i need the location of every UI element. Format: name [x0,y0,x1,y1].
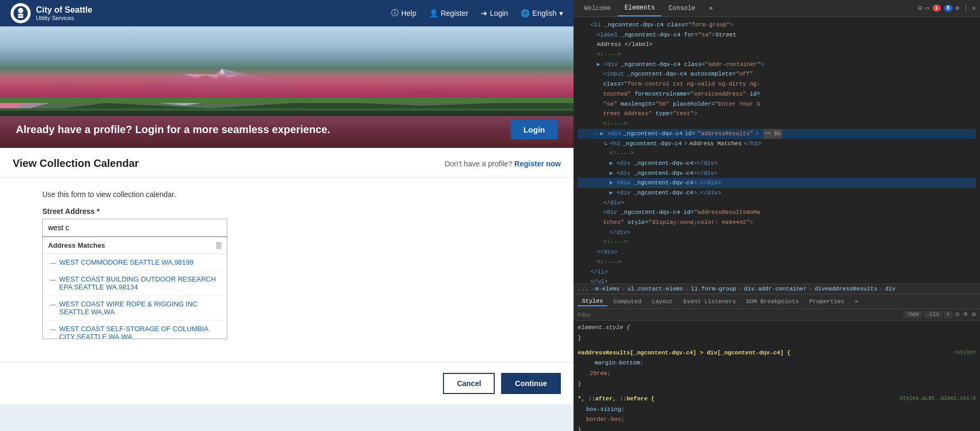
breadcrumb-item-4[interactable]: div.addr-container [744,286,807,292]
tree-node[interactable]: <label _ngcontent-dqv-c4 for="sa">Street [578,30,976,40]
form-description: Use this form to view collection calenda… [42,190,531,199]
help-link[interactable]: ⓘ Help [391,8,417,18]
register-link[interactable]: 👤 Register [429,9,468,17]
chevron-down-icon: ▾ [559,9,563,17]
plus-filter[interactable]: + [944,311,953,318]
tree-node[interactable]: </div> [578,247,976,257]
form-actions: Cancel Continue [0,362,574,405]
filter-badges: :hov .cls + [903,311,952,318]
tab-elements[interactable]: Elements [618,0,661,16]
notif-red-badge: 1 [932,5,941,12]
tab-console[interactable]: Console [662,0,701,16]
tree-node[interactable]: <div _ngcontent-dqv-c4 id="addressResult… [578,208,976,218]
hov-filter[interactable]: :hov [903,311,921,318]
tree-node-selected[interactable]: → ▶ <div _ngcontent-dqv-c4 id="addressRe… [578,129,976,139]
address-match-3[interactable]: WEST COAST WIRE ROPE & RIGGING INC SEATT… [43,296,227,321]
tree-node[interactable]: </ul> [578,277,976,284]
cls-filter[interactable]: .cls [924,311,942,318]
address-match-4[interactable]: WEST COAST SELF-STORAGE OF COLUMBIA CITY… [43,321,227,339]
logo-icon [11,3,31,23]
tree-node[interactable]: <!----> [578,237,976,247]
dock-icon[interactable]: ⊟ [918,4,922,12]
address-dropdown: Address Matches WEST COMMODORE SEATTLE W… [42,237,227,339]
tree-node[interactable]: <!----> [578,50,976,60]
tab-more[interactable]: » [702,0,719,16]
tab-dom-breakpoints[interactable]: DOM Breakpoints [742,297,803,306]
tree-node[interactable]: ▶ <div _ngcontent-dqv-c4>…</div> [578,188,976,198]
cancel-button[interactable]: Cancel [443,373,495,394]
tree-node[interactable]: </div> [578,198,976,208]
close-devtools-icon[interactable]: ✕ [972,4,976,12]
eye-icon[interactable]: 👁 [963,311,969,318]
street-address-input[interactable] [42,219,227,237]
dropdown-header: Address Matches [43,237,227,254]
styles-content: element.style { } #addressResults[_ngcon… [574,321,980,431]
tree-node[interactable]: <!----> [578,119,976,129]
tree-node[interactable]: </div> [578,228,976,238]
tree-node[interactable]: "sa" maxlength="50" placeholder="Enter Y… [578,99,976,109]
tab-properties[interactable]: Properties [805,297,848,306]
form-header: View Collection Calendar Don't have a pr… [0,148,574,177]
continue-button[interactable]: Continue [501,373,561,394]
devtools-panel: Welcome Elements Console » ⊟ ▭ 1 8 ⚙ ⋮ ✕… [574,0,980,431]
hero-text: Already have a profile? Login for a more… [16,124,330,136]
tree-node[interactable]: tches" style="display:none;color: #a9444… [578,218,976,228]
devtools-breadcrumb: ... ·m-elems › ul.contact-elems › li.for… [574,284,980,294]
breadcrumb-item-2[interactable]: ul.contact-elems [627,286,683,292]
seattle-seal-icon [13,5,29,21]
tree-node[interactable]: <li _ngcontent-dqv-c4 class="form-group"… [578,20,976,30]
address-match-2[interactable]: WEST COAST BUILDING OUTDOOR RESEARCH EPA… [43,271,227,296]
language-icon: 🌐 [521,9,530,17]
tree-node[interactable]: </li> [578,267,976,277]
tree-node[interactable]: ▶ <div _ngcontent-dqv-c4 class="addr-con… [578,60,976,70]
tree-node[interactable]: Address </label> [578,40,976,50]
tab-layout[interactable]: Layout [648,297,677,306]
toggle-icon[interactable]: ⊟ [956,311,959,318]
tree-node[interactable]: <!----> [578,148,976,158]
street-address-label: Street Address * [42,207,531,216]
form-footer [0,405,574,431]
styles-filter-input[interactable] [578,312,900,318]
tree-node[interactable]: ↳ <h3 _ngcontent-dqv-c4>Address Matches<… [578,139,976,149]
form-body: Use this form to view collection calenda… [0,177,574,352]
breadcrumb-item-3[interactable]: li.form-group [691,286,736,292]
tree-node[interactable]: class="form-control txt ng-valid ng-dirt… [578,79,976,89]
tab-event-listeners[interactable]: Event Listeners [679,297,740,306]
css-rule-universal: *, ::after, ::before { styles.ac95..b2ee… [578,394,976,431]
register-now-link[interactable]: Register now [514,160,561,168]
tree-node[interactable]: treet Address" type="text"> [578,109,976,119]
tab-styles[interactable]: Styles [578,297,607,306]
css-source-link-2[interactable]: styles.ac95..b2ee2.css:6 [900,394,976,404]
dock-side-icon[interactable]: ▭ [925,4,929,12]
tree-node[interactable]: <!----> [578,257,976,267]
tab-computed[interactable]: Computed [609,297,646,306]
hero-login-button[interactable]: Login [511,120,558,139]
css-property: margin-bottom: .25rem; [578,358,976,379]
help-icon: ⓘ [391,8,399,18]
tree-node[interactable]: <input _ngcontent-dqv-c4 autocomplete="o… [578,69,976,79]
tree-node[interactable]: touched" formcontrolname="serviceAddress… [578,89,976,99]
tree-node[interactable]: ▶ <div _ngcontent-dqv-c4></div> [578,168,976,179]
language-selector[interactable]: 🌐 English ▾ [521,9,563,17]
filter-bar: :hov .cls + ⊟ 👁 ⊞ [574,309,980,321]
breadcrumb-item-1[interactable]: ... ·m-elems [578,286,620,292]
dropdown-scroll-area[interactable]: WEST COMMODORE SEATTLE WA,98199 WEST COA… [43,254,227,339]
devtools-icons: ⊟ ▭ 1 8 ⚙ ⋮ ✕ [918,4,976,12]
login-icon: ➔ [481,9,487,17]
address-match-1[interactable]: WEST COMMODORE SEATTLE WA,98199 [43,254,227,271]
tree-node[interactable]: ▶ <div _ngcontent-dqv-c4></div> [578,158,976,168]
settings-icon[interactable]: ⚙ [956,4,959,12]
more-options-icon[interactable]: ⋮ [963,4,969,12]
css-selector: element.style { [578,324,630,331]
css-source-link[interactable]: <style> [954,348,976,358]
devtools-welcome-tab[interactable]: Welcome [578,0,617,16]
login-link[interactable]: ➔ Login [481,9,508,17]
breadcrumb-item-5[interactable]: div#addressResults [815,286,877,292]
breadcrumb-item-6[interactable]: div [885,286,895,292]
tab-more-styles[interactable]: » [850,297,863,306]
city-name: City of Seattle [36,5,93,15]
site-title: City of Seattle Utility Services [36,5,93,21]
tree-node-active[interactable]: ▶ <div _ngcontent-dqv-c4>…</div> [578,178,976,188]
svg-point-1 [18,8,23,13]
copy-icon[interactable]: ⊞ [972,311,976,318]
